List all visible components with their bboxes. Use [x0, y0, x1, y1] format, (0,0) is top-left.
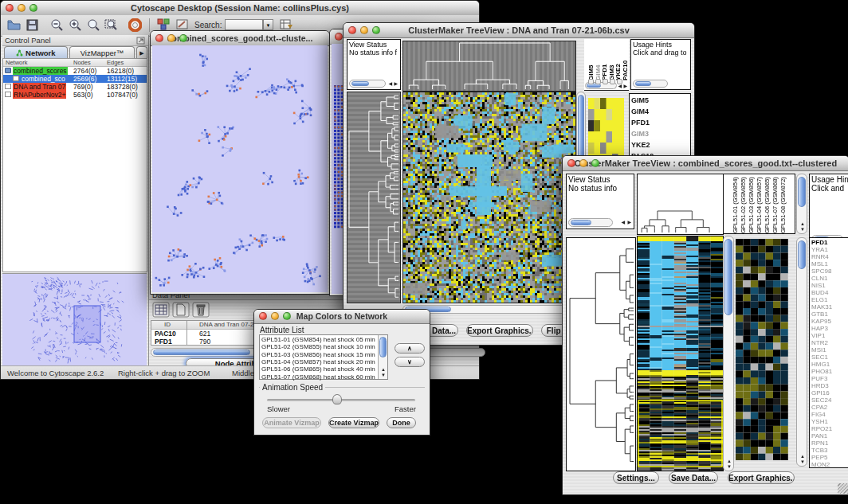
- tv1-gene-label[interactable]: GIM5: [631, 96, 690, 107]
- zoom-fit-icon[interactable]: [104, 18, 118, 31]
- scroll-up-icon[interactable]: ▲: [800, 454, 805, 459]
- tv2-gene-label[interactable]: BUD4: [811, 289, 848, 296]
- tv2-gene-label[interactable]: SEC24: [811, 397, 848, 404]
- close-icon[interactable]: [155, 34, 163, 42]
- search-dropdown-button[interactable]: ▼: [263, 19, 273, 30]
- network-table-row[interactable]: DNA and Tran 07769(0)183728(0): [3, 83, 147, 91]
- tv2-gene-label[interactable]: GTB1: [811, 311, 848, 318]
- tv2-heatmap[interactable]: [637, 236, 724, 471]
- scroll-right-icon[interactable]: ▶: [627, 220, 631, 225]
- close-icon[interactable]: [6, 4, 14, 12]
- tv2-settings-button[interactable]: Settings...: [613, 471, 659, 484]
- tv2-gene-label[interactable]: HMG1: [811, 361, 848, 368]
- tv2-gene-label[interactable]: MSL1: [811, 260, 848, 268]
- search-input[interactable]: [225, 19, 263, 30]
- save-icon[interactable]: [26, 19, 38, 31]
- tv2-gene-label[interactable]: MAK31: [811, 303, 848, 311]
- tv1-zoom-tool-icon[interactable]: [610, 79, 615, 84]
- done-button[interactable]: Done: [387, 417, 416, 428]
- tv2-gene-label[interactable]: CPA2: [811, 404, 848, 411]
- tv1-column-label[interactable]: YKE2: [614, 41, 622, 80]
- tv2-gene-label[interactable]: PFD1: [811, 239, 848, 246]
- tv2-column-label[interactable]: GPL51-04 (GSM857): [756, 176, 763, 233]
- tab-vizmapper[interactable]: VizMapper™: [69, 46, 135, 58]
- treeview1-titlebar[interactable]: ClusterMaker TreeView : DNA and Tran 07-…: [344, 23, 694, 38]
- network-overview-canvas[interactable]: [2, 274, 147, 366]
- tv2-gene-label[interactable]: NIS1: [811, 282, 848, 289]
- attribute-list-item[interactable]: GPL51-02 (GSM855) heat shock 10 min: [261, 343, 377, 350]
- minimize-icon[interactable]: [360, 26, 368, 34]
- main-titlebar[interactable]: Cytoscape Desktop (Session Name: collins…: [1, 1, 479, 16]
- tv2-zoom-heatmap[interactable]: [736, 239, 788, 460]
- tv2-gene-label[interactable]: PUF3: [811, 375, 848, 382]
- scroll-down-icon[interactable]: ▼: [800, 459, 805, 464]
- tv2-status-hscroll-thumb[interactable]: [571, 220, 591, 225]
- tv1-status-hscrollbar[interactable]: [349, 80, 386, 88]
- network-view-canvas[interactable]: [152, 45, 328, 292]
- scroll-up-icon[interactable]: ▲: [800, 221, 805, 226]
- annotation-icon[interactable]: [176, 18, 190, 31]
- tv2-column-label[interactable]: GPL51-06 (GSM865): [764, 176, 771, 233]
- help-icon[interactable]: [128, 18, 142, 32]
- zoom-out-icon[interactable]: [50, 18, 63, 31]
- scroll-down-icon[interactable]: ▼: [381, 373, 386, 377]
- scroll-left-icon[interactable]: ◀: [621, 220, 625, 225]
- scroll-up-icon[interactable]: ▲: [727, 459, 732, 463]
- close-icon[interactable]: [259, 312, 267, 320]
- attribute-list-vscroll-thumb[interactable]: [379, 337, 387, 357]
- close-icon[interactable]: [348, 26, 356, 34]
- tv2-gene-label[interactable]: HRD3: [811, 382, 848, 389]
- tv2-column-label[interactable]: GPL51-01 (GSM854): [732, 176, 739, 233]
- tv2-status-hscrollbar[interactable]: [568, 218, 613, 227]
- close-icon[interactable]: [567, 159, 575, 167]
- tv1-column-label[interactable]: PAC10: [622, 41, 629, 80]
- dialog-titlebar[interactable]: Map Colors to Network: [254, 310, 430, 324]
- new-attribute-icon[interactable]: [172, 302, 190, 318]
- tv2-column-label[interactable]: GPL51-07 (GSM868): [771, 176, 779, 233]
- vizmap-squares-icon[interactable]: [157, 18, 171, 31]
- scroll-left-icon[interactable]: ◀: [388, 81, 392, 86]
- window-controls[interactable]: [6, 4, 37, 12]
- attribute-list-item[interactable]: GPL51-01 (GSM854) heat shock 05 min: [261, 336, 377, 343]
- scroll-right-icon[interactable]: ▶: [623, 84, 627, 88]
- attribute-list-item[interactable]: GPL51-03 (GSM856) heat shock 15 min: [261, 351, 377, 358]
- network-overview-panel[interactable]: [2, 273, 147, 366]
- tv1-zoom-tool-icon[interactable]: [588, 79, 594, 84]
- tv2-heat-vscroll-thumb[interactable]: [724, 239, 732, 315]
- tv2-labels-vscrollbar[interactable]: ▲ ▼: [796, 174, 807, 234]
- move-attribute-up-button[interactable]: ∧: [395, 343, 425, 354]
- scroll-down-icon[interactable]: ▼: [727, 464, 732, 469]
- network-table-row[interactable]: combined_scores2764(0)16218(0): [3, 67, 147, 75]
- tv2-column-dendrogram[interactable]: [637, 174, 724, 235]
- tv1-column-dendrogram[interactable]: [402, 41, 576, 92]
- tv1-zoom-tool-icon[interactable]: [595, 79, 601, 84]
- close-icon[interactable]: [335, 33, 343, 41]
- tv1-gene-label[interactable]: GIM3: [631, 130, 690, 141]
- resize-grip[interactable]: [838, 483, 848, 494]
- zoom-window-icon[interactable]: [179, 34, 187, 42]
- scroll-right-icon[interactable]: ▶: [394, 81, 398, 86]
- zoom-window-icon[interactable]: [29, 4, 37, 12]
- tv1-zoom-tool-icon[interactable]: [617, 79, 622, 84]
- network-table-row[interactable]: combined_sco2569(6)13112(15): [3, 75, 147, 83]
- scroll-up-icon[interactable]: ▲: [381, 367, 386, 372]
- tv2-gene-label[interactable]: RNR4: [811, 253, 848, 260]
- create-vizmap-button[interactable]: Create Vizmap: [328, 417, 379, 428]
- tv2-column-label[interactable]: GPL51-08 (GSM872): [779, 176, 787, 233]
- attribute-grid-icon[interactable]: [152, 302, 170, 318]
- tv2-genes-vscroll-thumb[interactable]: [798, 240, 806, 269]
- network-table-row[interactable]: RNAPuberNov2+563(0)107847(0): [3, 91, 147, 99]
- move-attribute-down-button[interactable]: ∨: [395, 357, 425, 367]
- zoom-window-icon[interactable]: [283, 312, 291, 320]
- tv2-gene-label[interactable]: PHO81: [811, 368, 848, 375]
- attribute-listbox[interactable]: GPL51-01 (GSM854) heat shock 05 minGPL51…: [259, 334, 388, 380]
- animate-vizmap-button[interactable]: Animate Vizmap: [262, 417, 321, 428]
- tv2-gene-label[interactable]: PAN1: [811, 432, 848, 440]
- tv2-labels-vscroll-thumb[interactable]: [798, 177, 806, 207]
- tv2-row-dendrogram[interactable]: [566, 237, 636, 471]
- tv1-column-label[interactable]: PFD1: [601, 41, 608, 80]
- tv2-gene-label[interactable]: HAP3: [811, 325, 848, 332]
- data-panel-hscroll-thumb[interactable]: [153, 350, 250, 355]
- minimize-icon[interactable]: [167, 34, 175, 42]
- tv1-heatmap[interactable]: [402, 92, 576, 303]
